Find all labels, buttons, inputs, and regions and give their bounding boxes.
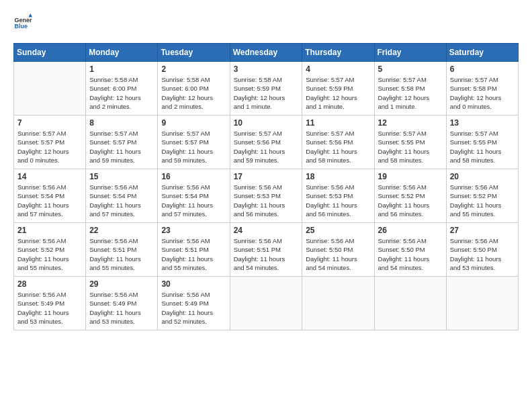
day-number: 22 [89, 226, 154, 235]
day-number: 20 [450, 172, 515, 181]
day-number: 15 [89, 172, 154, 181]
day-info: Sunrise: 5:56 AM Sunset: 5:52 PM Dayligh… [378, 183, 443, 218]
calendar-cell: 30Sunrise: 5:56 AM Sunset: 5:49 PM Dayli… [158, 277, 230, 330]
calendar-cell: 26Sunrise: 5:56 AM Sunset: 5:50 PM Dayli… [374, 223, 446, 277]
calendar-cell: 20Sunrise: 5:56 AM Sunset: 5:52 PM Dayli… [446, 169, 518, 223]
day-info: Sunrise: 5:57 AM Sunset: 5:57 PM Dayligh… [161, 129, 226, 165]
calendar-cell [446, 277, 518, 330]
day-number: 26 [378, 226, 443, 235]
day-number: 27 [450, 226, 515, 235]
day-info: Sunrise: 5:56 AM Sunset: 5:50 PM Dayligh… [306, 236, 370, 272]
day-info: Sunrise: 5:57 AM Sunset: 5:55 PM Dayligh… [450, 129, 515, 165]
day-info: Sunrise: 5:56 AM Sunset: 5:50 PM Dayligh… [450, 236, 515, 272]
calendar-cell: 27Sunrise: 5:56 AM Sunset: 5:50 PM Dayli… [446, 223, 518, 277]
day-info: Sunrise: 5:56 AM Sunset: 5:49 PM Dayligh… [161, 290, 226, 326]
calendar-cell [302, 277, 374, 330]
day-number: 1 [89, 64, 154, 74]
calendar-cell: 7Sunrise: 5:57 AM Sunset: 5:57 PM Daylig… [14, 116, 86, 169]
week-row-3: 14Sunrise: 5:56 AM Sunset: 5:54 PM Dayli… [14, 169, 519, 223]
day-info: Sunrise: 5:56 AM Sunset: 5:52 PM Dayligh… [450, 183, 515, 218]
calendar-cell: 28Sunrise: 5:56 AM Sunset: 5:49 PM Dayli… [14, 277, 86, 330]
calendar-cell: 6Sunrise: 5:57 AM Sunset: 5:58 PM Daylig… [446, 62, 518, 116]
calendar-cell [14, 62, 86, 116]
day-number: 11 [306, 118, 370, 128]
day-number: 23 [161, 226, 226, 235]
svg-text:General: General [14, 17, 32, 24]
day-header-sunday: Sunday [14, 44, 86, 62]
day-number: 16 [161, 172, 226, 181]
day-number: 3 [234, 64, 299, 74]
day-number: 8 [89, 118, 154, 128]
day-number: 5 [378, 64, 443, 74]
day-header-wednesday: Wednesday [230, 44, 302, 62]
calendar-cell: 3Sunrise: 5:58 AM Sunset: 5:59 PM Daylig… [230, 62, 302, 116]
day-info: Sunrise: 5:56 AM Sunset: 5:54 PM Dayligh… [161, 183, 226, 218]
calendar-table: SundayMondayTuesdayWednesdayThursdayFrid… [13, 43, 519, 330]
day-number: 18 [306, 172, 370, 181]
calendar-cell: 4Sunrise: 5:57 AM Sunset: 5:59 PM Daylig… [302, 62, 374, 116]
day-info: Sunrise: 5:56 AM Sunset: 5:54 PM Dayligh… [17, 183, 82, 218]
day-info: Sunrise: 5:57 AM Sunset: 5:59 PM Dayligh… [306, 75, 370, 111]
calendar-cell: 29Sunrise: 5:56 AM Sunset: 5:49 PM Dayli… [86, 277, 158, 330]
day-info: Sunrise: 5:58 AM Sunset: 6:00 PM Dayligh… [161, 75, 226, 111]
logo-icon: General Blue [13, 13, 32, 32]
calendar-cell: 12Sunrise: 5:57 AM Sunset: 5:55 PM Dayli… [374, 116, 446, 169]
day-number: 12 [378, 118, 443, 128]
day-info: Sunrise: 5:57 AM Sunset: 5:56 PM Dayligh… [306, 129, 370, 165]
week-row-2: 7Sunrise: 5:57 AM Sunset: 5:57 PM Daylig… [14, 116, 519, 169]
day-info: Sunrise: 5:57 AM Sunset: 5:56 PM Dayligh… [234, 129, 299, 165]
calendar-cell: 2Sunrise: 5:58 AM Sunset: 6:00 PM Daylig… [158, 62, 230, 116]
day-number: 9 [161, 118, 226, 128]
day-number: 10 [234, 118, 299, 128]
day-info: Sunrise: 5:56 AM Sunset: 5:53 PM Dayligh… [306, 183, 370, 218]
day-info: Sunrise: 5:57 AM Sunset: 5:58 PM Dayligh… [450, 75, 515, 111]
day-header-friday: Friday [374, 44, 446, 62]
calendar-cell: 18Sunrise: 5:56 AM Sunset: 5:53 PM Dayli… [302, 169, 374, 223]
calendar-cell: 24Sunrise: 5:56 AM Sunset: 5:51 PM Dayli… [230, 223, 302, 277]
calendar-cell: 13Sunrise: 5:57 AM Sunset: 5:55 PM Dayli… [446, 116, 518, 169]
day-number: 19 [378, 172, 443, 181]
day-info: Sunrise: 5:57 AM Sunset: 5:58 PM Dayligh… [378, 75, 443, 111]
calendar-cell: 11Sunrise: 5:57 AM Sunset: 5:56 PM Dayli… [302, 116, 374, 169]
calendar-cell: 23Sunrise: 5:56 AM Sunset: 5:51 PM Dayli… [158, 223, 230, 277]
calendar-cell: 21Sunrise: 5:56 AM Sunset: 5:52 PM Dayli… [14, 223, 86, 277]
day-number: 24 [234, 226, 299, 235]
day-number: 17 [234, 172, 299, 181]
day-header-thursday: Thursday [302, 44, 374, 62]
svg-marker-2 [28, 13, 32, 17]
day-info: Sunrise: 5:57 AM Sunset: 5:57 PM Dayligh… [17, 129, 82, 165]
day-number: 25 [306, 226, 370, 235]
calendar-cell: 5Sunrise: 5:57 AM Sunset: 5:58 PM Daylig… [374, 62, 446, 116]
day-info: Sunrise: 5:58 AM Sunset: 6:00 PM Dayligh… [89, 75, 154, 111]
day-number: 4 [306, 64, 370, 74]
day-number: 2 [161, 64, 226, 74]
day-info: Sunrise: 5:56 AM Sunset: 5:51 PM Dayligh… [89, 236, 154, 272]
calendar-cell [374, 277, 446, 330]
day-number: 28 [17, 279, 82, 289]
day-info: Sunrise: 5:56 AM Sunset: 5:53 PM Dayligh… [234, 183, 299, 218]
day-header-saturday: Saturday [446, 44, 518, 62]
svg-text:Blue: Blue [14, 23, 28, 30]
calendar-cell: 15Sunrise: 5:56 AM Sunset: 5:54 PM Dayli… [86, 169, 158, 223]
week-row-4: 21Sunrise: 5:56 AM Sunset: 5:52 PM Dayli… [14, 223, 519, 277]
day-info: Sunrise: 5:57 AM Sunset: 5:55 PM Dayligh… [378, 129, 443, 165]
day-number: 13 [450, 118, 515, 128]
day-number: 14 [17, 172, 82, 181]
calendar-cell: 17Sunrise: 5:56 AM Sunset: 5:53 PM Dayli… [230, 169, 302, 223]
day-info: Sunrise: 5:58 AM Sunset: 5:59 PM Dayligh… [234, 75, 299, 111]
week-row-1: 1Sunrise: 5:58 AM Sunset: 6:00 PM Daylig… [14, 62, 519, 116]
day-header-tuesday: Tuesday [158, 44, 230, 62]
week-row-5: 28Sunrise: 5:56 AM Sunset: 5:49 PM Dayli… [14, 277, 519, 330]
calendar-cell [230, 277, 302, 330]
day-info: Sunrise: 5:56 AM Sunset: 5:49 PM Dayligh… [17, 290, 82, 326]
page-header: General Blue [13, 13, 519, 32]
calendar-cell: 9Sunrise: 5:57 AM Sunset: 5:57 PM Daylig… [158, 116, 230, 169]
header-row: SundayMondayTuesdayWednesdayThursdayFrid… [14, 44, 519, 62]
day-info: Sunrise: 5:56 AM Sunset: 5:51 PM Dayligh… [234, 236, 299, 272]
calendar-cell: 19Sunrise: 5:56 AM Sunset: 5:52 PM Dayli… [374, 169, 446, 223]
day-info: Sunrise: 5:56 AM Sunset: 5:54 PM Dayligh… [89, 183, 154, 218]
calendar-cell: 16Sunrise: 5:56 AM Sunset: 5:54 PM Dayli… [158, 169, 230, 223]
day-header-monday: Monday [86, 44, 158, 62]
calendar-cell: 14Sunrise: 5:56 AM Sunset: 5:54 PM Dayli… [14, 169, 86, 223]
day-number: 7 [17, 118, 82, 128]
